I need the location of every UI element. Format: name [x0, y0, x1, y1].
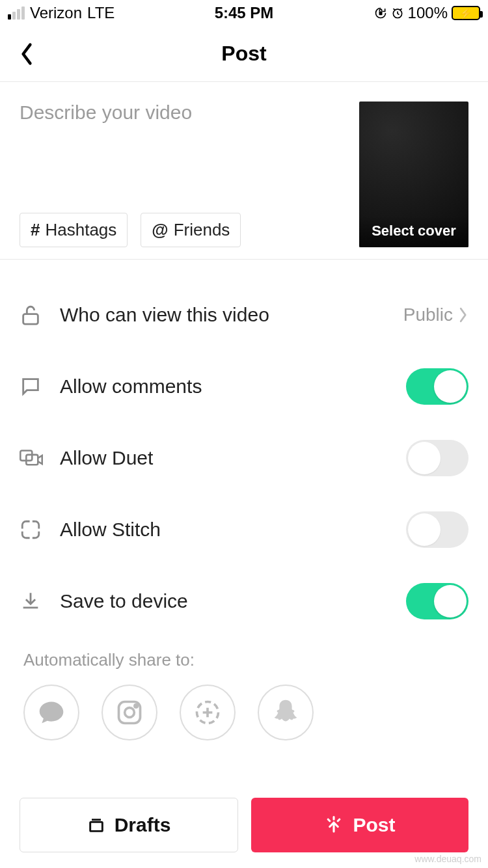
status-right: 100% ⚡ — [374, 4, 480, 22]
bottom-bar: Drafts Post — [20, 798, 468, 852]
carrier-label: Verizon — [30, 4, 82, 22]
svg-rect-0 — [379, 12, 382, 16]
clock: 5:45 PM — [215, 4, 274, 22]
status-bar: Verizon LTE 5:45 PM 100% ⚡ — [0, 0, 488, 26]
share-section: Automatically share to: — [0, 637, 488, 740]
comments-label: Allow comments — [51, 375, 406, 398]
network-label: LTE — [87, 4, 115, 22]
page-title: Post — [221, 42, 266, 66]
cover-thumbnail[interactable]: Select cover — [359, 102, 468, 247]
stitch-row: Allow Stitch — [20, 494, 468, 565]
duet-label: Allow Duet — [51, 447, 406, 469]
orientation-lock-icon — [374, 7, 387, 20]
hashtags-label: Hashtags — [45, 220, 116, 240]
hashtags-button[interactable]: # Hashtags — [20, 213, 128, 247]
duet-toggle[interactable] — [406, 440, 468, 476]
svg-rect-9 — [90, 822, 102, 831]
friends-label: Friends — [174, 220, 230, 240]
post-icon — [324, 815, 344, 835]
drafts-button[interactable]: Drafts — [20, 798, 238, 852]
privacy-value: Public — [403, 305, 453, 325]
settings-list: Who can view this video Public Allow com… — [0, 260, 488, 637]
compose-section: # Hashtags @ Friends Select cover — [0, 82, 488, 260]
post-label: Post — [353, 814, 395, 836]
chevron-right-icon — [457, 306, 468, 324]
share-instagram-icon[interactable] — [102, 685, 157, 740]
status-left: Verizon LTE — [8, 4, 115, 22]
title-bar: Post — [0, 26, 488, 82]
stitch-toggle[interactable] — [406, 511, 468, 548]
drafts-label: Drafts — [115, 814, 171, 836]
comments-row: Allow comments — [20, 351, 468, 422]
friends-button[interactable]: @ Friends — [141, 213, 241, 247]
cover-label: Select cover — [359, 216, 468, 247]
chip-row: # Hashtags @ Friends — [20, 213, 347, 247]
stitch-icon — [20, 519, 51, 541]
svg-point-6 — [125, 708, 135, 718]
alarm-icon — [391, 7, 404, 20]
caption-input[interactable] — [20, 102, 347, 193]
compose-left: # Hashtags @ Friends — [20, 102, 347, 247]
duet-row: Allow Duet — [20, 422, 468, 494]
share-label: Automatically share to: — [23, 650, 468, 670]
post-button[interactable]: Post — [251, 798, 468, 852]
drafts-icon — [87, 816, 105, 834]
share-message-icon[interactable] — [23, 685, 79, 740]
svg-rect-2 — [23, 314, 38, 325]
stitch-label: Allow Stitch — [51, 519, 406, 541]
battery-pct: 100% — [408, 4, 448, 22]
watermark: www.deuaq.com — [414, 854, 481, 864]
share-snapchat-icon[interactable] — [258, 685, 314, 740]
lock-icon — [20, 304, 51, 326]
battery-icon: ⚡ — [452, 6, 480, 20]
signal-icon — [8, 7, 25, 20]
hash-icon: # — [31, 220, 40, 240]
privacy-label: Who can view this video — [51, 304, 403, 326]
duet-icon — [20, 447, 51, 469]
save-label: Save to device — [51, 590, 406, 612]
comments-toggle[interactable] — [406, 368, 468, 405]
save-row: Save to device — [20, 565, 468, 637]
privacy-row[interactable]: Who can view this video Public — [20, 279, 468, 351]
comment-icon — [20, 375, 51, 398]
download-icon — [20, 590, 51, 612]
back-button[interactable] — [20, 42, 34, 66]
share-icons — [23, 685, 468, 740]
save-toggle[interactable] — [406, 583, 468, 619]
at-icon: @ — [152, 220, 168, 240]
share-stories-icon[interactable] — [180, 685, 236, 740]
svg-point-7 — [135, 705, 137, 707]
